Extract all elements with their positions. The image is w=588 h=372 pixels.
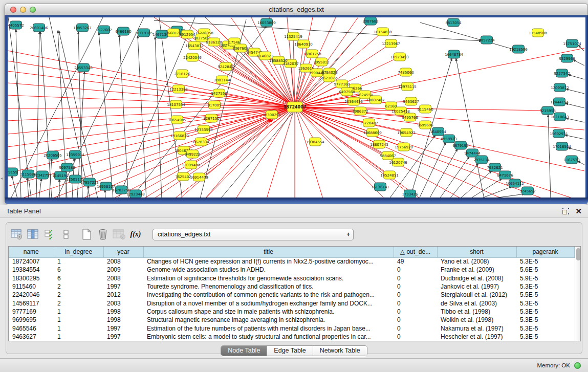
graph-node[interactable]: 6466160	[115, 27, 131, 35]
graph-node[interactable]: 9115460	[417, 105, 433, 113]
graph-node[interactable]: 2087682	[362, 17, 378, 25]
graph-node[interactable]: 12359914	[66, 150, 84, 159]
graph-node[interactable]: 19384554	[306, 138, 324, 146]
memory-status-icon[interactable]	[574, 362, 581, 369]
graph-node[interactable]: 9495768	[402, 113, 418, 121]
window-titlebar[interactable]: citations_edges.txt	[5, 4, 588, 15]
scrollbar-thumb[interactable]	[576, 248, 580, 260]
graph-node[interactable]: 2935114	[473, 156, 490, 164]
graph-node[interactable]: 20691406	[30, 24, 48, 32]
graph-node[interactable]: 9463627	[403, 97, 419, 105]
show-columns-icon[interactable]	[26, 227, 41, 242]
graph-node[interactable]: 16914479	[190, 173, 208, 181]
graph-node[interactable]: 14524851	[380, 171, 399, 179]
graph-node[interactable]: 15720407	[360, 119, 378, 127]
table-row[interactable]: 2242004622012Investigating the contribut…	[9, 291, 574, 299]
graph-node[interactable]: 7955812	[313, 58, 329, 66]
graph-node[interactable]: 22420046	[183, 53, 202, 61]
graph-node[interactable]: 8813054	[445, 18, 462, 27]
table-row[interactable]: 911546021997Tourette syndrome. Phenomeno…	[9, 282, 574, 291]
column-header[interactable]: short	[437, 247, 516, 257]
graph-node[interactable]: 17016504	[553, 142, 571, 150]
table-row[interactable]: 1872400712008Changes of HCN gene express…	[9, 257, 574, 266]
graph-node[interactable]: 9499222	[184, 150, 200, 158]
tab-edge-table[interactable]: Edge Table	[267, 346, 312, 356]
graph-node[interactable]: 2803144	[214, 76, 230, 84]
column-header[interactable]: △ out_de...	[394, 247, 437, 257]
graph-node[interactable]: 1167533	[563, 156, 579, 164]
graph-node[interactable]: 9777169	[334, 80, 350, 88]
create-column-icon[interactable]	[79, 227, 94, 242]
graph-node[interactable]: 6497568	[339, 87, 355, 96]
column-header[interactable]: pagerank	[516, 247, 574, 257]
table-row[interactable]: 1938455462009Genome-wide association stu…	[9, 266, 574, 274]
column-header[interactable]: title	[143, 247, 394, 257]
graph-node[interactable]: 1640954	[430, 127, 446, 136]
graph-node[interactable]: 9245652	[519, 187, 535, 195]
graph-node[interactable]: 7632621	[487, 163, 503, 171]
graph-node[interactable]: 16648784	[445, 50, 463, 58]
graph-node[interactable]: 20553346	[74, 63, 93, 72]
graph-node[interactable]: 7625402	[175, 172, 191, 181]
table-selector-dropdown[interactable]: citations_edges.txt ▲▼	[153, 229, 354, 240]
graph-node[interactable]: 19654923	[397, 128, 416, 137]
graph-node[interactable]: 2718126	[174, 70, 190, 78]
graph-node[interactable]: 9329966	[559, 54, 575, 62]
table-mode-icon[interactable]	[9, 227, 25, 242]
graph-node[interactable]: 1527602	[96, 26, 112, 34]
graph-node[interactable]: 10654112	[506, 179, 524, 187]
graph-node[interactable]: 16543832	[185, 41, 204, 50]
graph-node[interactable]: 10853267	[73, 24, 92, 32]
graph-node[interactable]: 19166829	[170, 132, 189, 140]
graph-node[interactable]: 18640910	[294, 40, 313, 48]
graph-node[interactable]: 8912954	[179, 30, 195, 38]
graph-node[interactable]: 16210643	[551, 113, 569, 121]
column-header[interactable]: name	[9, 247, 54, 257]
graph-node[interactable]: 8678334	[193, 138, 209, 146]
graph-node[interactable]: 15692931	[550, 129, 568, 138]
graph-node[interactable]: 12213383	[169, 85, 188, 93]
graph-node[interactable]: 39159	[8, 168, 18, 176]
graph-node[interactable]: 12213967	[382, 39, 400, 48]
graph-node[interactable]: 7857224	[478, 36, 495, 44]
column-header[interactable]: in_degree	[54, 247, 103, 257]
graph-node[interactable]: 1733426	[402, 190, 418, 198]
graph-node[interactable]: 12099489	[182, 161, 200, 169]
select-columns-icon[interactable]: ✓✓✓	[42, 227, 57, 242]
graph-node[interactable]: 19218506	[509, 45, 528, 53]
graph-node[interactable]: 11325419	[284, 32, 302, 40]
graph-node[interactable]: 1621072	[321, 74, 337, 82]
graph-node[interactable]: 4405572	[8, 21, 24, 29]
graph-node[interactable]: 16053809	[257, 18, 276, 27]
graph-node[interactable]: 12975115	[398, 82, 417, 91]
table-row[interactable]: 1456911722003Disruption of a novel membe…	[9, 299, 574, 307]
table-scrollbar[interactable]	[575, 247, 581, 341]
graph-node[interactable]: 8427552	[211, 89, 227, 97]
graph-node[interactable]: 3215958	[539, 106, 555, 115]
table-row[interactable]: 977716911998Corpus callosum shape and si…	[9, 308, 574, 316]
graph-node[interactable]: 20206505	[43, 151, 62, 159]
graph-node[interactable]: 7485063	[398, 68, 413, 76]
table-row[interactable]: 946362711997Embryonic stem cells: a mode…	[9, 333, 574, 341]
graph-node[interactable]: 9242845	[217, 62, 233, 71]
graph-node[interactable]: 15751074	[563, 39, 581, 48]
table-row[interactable]: 1830029562008Estimation of significance …	[9, 274, 574, 282]
column-header[interactable]: year	[103, 247, 143, 257]
graph-node[interactable]: 10719185	[135, 29, 153, 37]
delete-column-icon[interactable]	[95, 227, 111, 242]
graph-node[interactable]: 12093872	[551, 83, 569, 92]
graph-node[interactable]: 8471676	[497, 171, 513, 179]
graph-node[interactable]: 8267150	[203, 114, 219, 122]
network-canvas[interactable]: 4405572206914061085326715276026466160107…	[8, 17, 585, 198]
graph-node[interactable]: 10688609	[363, 128, 382, 137]
panel-resize-notch[interactable]: ◂	[1, 176, 3, 181]
graph-node[interactable]: 9097588	[59, 163, 75, 171]
graph-node[interactable]: 15136141	[371, 183, 389, 191]
row-height-icon[interactable]	[58, 227, 74, 242]
graph-node[interactable]: 8958923	[441, 135, 456, 143]
graph-node[interactable]: 12444154	[550, 98, 569, 106]
float-window-icon[interactable]	[562, 208, 569, 214]
graph-node[interactable]: 8186328	[206, 38, 222, 46]
close-panel-icon[interactable]: ✕	[575, 208, 582, 214]
tab-node-table[interactable]: Node Table	[221, 346, 267, 356]
